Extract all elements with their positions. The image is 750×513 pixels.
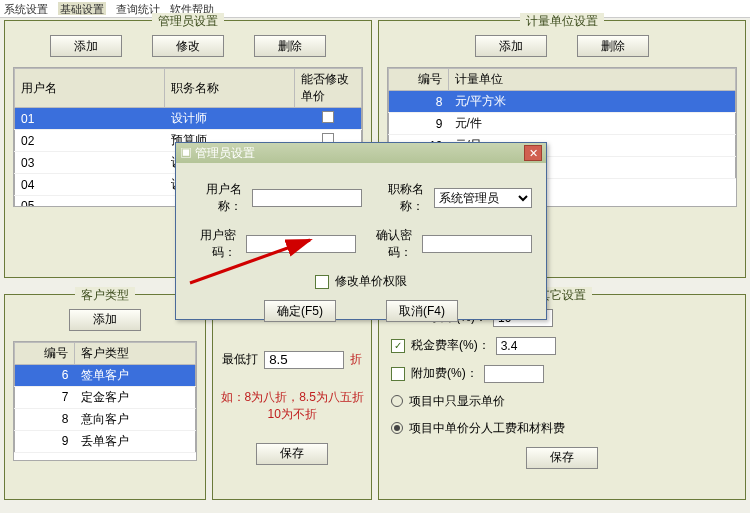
table-row[interactable]: 01设计师 <box>15 108 362 130</box>
edit-price-label: 修改单价权限 <box>335 273 407 290</box>
add-button[interactable]: 添加 <box>475 35 547 57</box>
table-row[interactable]: 8意向客户 <box>15 408 196 430</box>
delete-button[interactable]: 删除 <box>254 35 326 57</box>
save-button[interactable]: 保存 <box>256 443 328 465</box>
radio-split-price[interactable] <box>391 422 403 434</box>
username-input[interactable] <box>252 189 362 207</box>
table-row[interactable]: 8元/平方米 <box>389 91 736 113</box>
cancel-button[interactable]: 取消(F4) <box>386 300 458 322</box>
min-discount-input[interactable] <box>264 351 344 369</box>
dialog-admin-edit: ▣ 管理员设置 ✕ 用户名称： 职称名称： 系统管理员 用户密码： 确认密码： … <box>175 142 547 320</box>
password-label: 用户密码： <box>190 227 236 261</box>
role-label: 职称名称： <box>372 181 424 215</box>
surcharge-input[interactable] <box>484 365 544 383</box>
menubar: 系统设置 基础设置 查询统计 软件帮助 <box>0 0 750 18</box>
radio-price-only[interactable] <box>391 395 403 407</box>
col-id[interactable]: 编号 <box>389 69 449 91</box>
ok-button[interactable]: 确定(F5) <box>264 300 336 322</box>
row-checkbox[interactable] <box>322 111 334 123</box>
discount-hint: 如：8为八折，8.5为八五折 10为不折 <box>219 389 365 423</box>
menu-item[interactable]: 基础设置 <box>58 2 106 15</box>
col-role[interactable]: 职务名称 <box>165 69 295 108</box>
role-select[interactable]: 系统管理员 <box>434 188 532 208</box>
min-discount-label: 最低打 <box>222 351 258 368</box>
password2-label: 确认密码： <box>366 227 412 261</box>
col-name[interactable]: 计量单位 <box>449 69 736 91</box>
panel-title: 管理员设置 <box>152 13 224 30</box>
close-icon[interactable]: ✕ <box>524 145 542 161</box>
col-name[interactable]: 客户类型 <box>75 342 196 364</box>
password2-input[interactable] <box>422 235 532 253</box>
cust-table[interactable]: 编号 客户类型 6签单客户7定金客户8意向客户9丢单客户 <box>14 342 196 453</box>
surcharge-label: 附加费(%)： <box>411 365 478 382</box>
table-row[interactable]: 7定金客户 <box>15 386 196 408</box>
delete-button[interactable]: 删除 <box>577 35 649 57</box>
surcharge-checkbox[interactable] <box>391 367 405 381</box>
table-row[interactable]: 6签单客户 <box>15 364 196 386</box>
col-user[interactable]: 用户名 <box>15 69 165 108</box>
panel-title: 计量单位设置 <box>520 13 604 30</box>
zhe-label: 折 <box>350 351 362 368</box>
radio-label: 项目中只显示单价 <box>409 393 505 410</box>
tax-checkbox[interactable]: ✓ <box>391 339 405 353</box>
panel-title: 客户类型 <box>75 287 135 304</box>
col-chk[interactable]: 能否修改单价 <box>295 69 362 108</box>
table-row[interactable]: 9元/件 <box>389 113 736 135</box>
add-button[interactable]: 添加 <box>69 309 141 331</box>
tax-rate-label: 税金费率(%)： <box>411 337 490 354</box>
save-button[interactable]: 保存 <box>526 447 598 469</box>
username-label: 用户名称： <box>190 181 242 215</box>
password-input[interactable] <box>246 235 356 253</box>
edit-price-checkbox[interactable] <box>315 275 329 289</box>
menu-item[interactable]: 系统设置 <box>4 2 48 15</box>
table-row[interactable]: 9丢单客户 <box>15 430 196 452</box>
dialog-title: ▣ 管理员设置 <box>180 145 255 162</box>
col-id[interactable]: 编号 <box>15 342 75 364</box>
tax-rate-input[interactable] <box>496 337 556 355</box>
add-button[interactable]: 添加 <box>50 35 122 57</box>
edit-button[interactable]: 修改 <box>152 35 224 57</box>
radio-label: 项目中单价分人工费和材料费 <box>409 420 565 437</box>
